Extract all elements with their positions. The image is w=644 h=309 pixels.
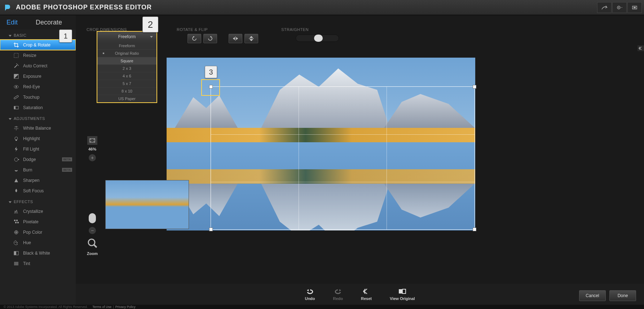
crop-selection[interactable]	[211, 86, 475, 230]
sidebar-item-pop-color[interactable]: Pop Color	[0, 227, 76, 237]
sidebar-item-burn[interactable]: BurnBETA	[0, 165, 76, 175]
sidebar-item-red-eye[interactable]: Red-Eye	[0, 81, 76, 92]
rotate-ccw-button[interactable]	[188, 34, 201, 43]
sidebar-group-adjustments[interactable]: ADJUSTMENTS	[0, 113, 76, 123]
footer-copyright: © 2013 Adobe Systems Incorporated. All R…	[4, 305, 88, 309]
step-callout-3: 3	[205, 66, 217, 78]
cancel-button[interactable]: Cancel	[579, 290, 606, 301]
magnifier-icon[interactable]	[86, 238, 99, 250]
svg-rect-4	[14, 53, 18, 58]
beta-badge: BETA	[62, 168, 72, 172]
svg-point-34	[88, 239, 95, 246]
palette-icon	[13, 239, 19, 246]
crop-option-label: Original Ratio	[115, 51, 139, 55]
crop-dropdown-selected[interactable]: Freeform	[97, 32, 156, 42]
zoom-in-button[interactable]: +	[89, 154, 96, 161]
footer-terms-link[interactable]: Terms of Use	[92, 305, 111, 309]
crop-option-freeform[interactable]: Freeform	[97, 42, 156, 49]
photoshop-logo-icon	[4, 3, 12, 12]
crop-option-5-x-7[interactable]: 5 x 7	[97, 80, 156, 87]
crop-option-4-x-6[interactable]: 4 x 6	[97, 72, 156, 80]
sidebar-item-fill-light[interactable]: Fill Light	[0, 144, 76, 154]
redo-button[interactable]: Redo	[333, 288, 343, 301]
bulb-icon	[13, 135, 19, 142]
fullscreen-button[interactable]	[627, 2, 642, 13]
sidebar-item-highlight[interactable]: Highlight	[0, 133, 76, 144]
sidebar-item-touchup[interactable]: Touchup	[0, 92, 76, 102]
svg-rect-21	[16, 220, 18, 221]
beta-badge: BETA	[62, 157, 72, 161]
sidebar-item-tint[interactable]: Tint	[0, 258, 76, 269]
flip-vertical-button[interactable]	[244, 34, 258, 43]
zoom-fit-button[interactable]	[87, 136, 97, 145]
crop-handle-bottom-right[interactable]	[473, 228, 476, 231]
svg-rect-20	[14, 220, 16, 221]
rotate-flip-buttons	[188, 34, 258, 43]
sidebar-item-saturation[interactable]: Saturation	[0, 102, 76, 113]
sidebar-item-pixelate[interactable]: Pixelate	[0, 216, 76, 227]
crop-option-original-ratio[interactable]: Original Ratio	[97, 49, 156, 57]
zoom-slider[interactable]	[91, 164, 94, 225]
sidebar-item-label: Sharpen	[23, 178, 39, 183]
sidebar-item-hue[interactable]: Hue	[0, 237, 76, 248]
sidebar-item-soft-focus[interactable]: Soft Focus	[0, 185, 76, 196]
sidebar-item-auto-correct[interactable]: Auto Correct	[0, 61, 76, 71]
tool-sections: CROP DIMENSIONS ROTATE & FLIP STRAIGHTEN	[87, 22, 637, 47]
flip-horizontal-button[interactable]	[229, 34, 242, 43]
rotate-cw-button[interactable]	[203, 34, 217, 43]
sidebar-item-label: Exposure	[23, 74, 41, 79]
svg-rect-22	[15, 222, 17, 223]
redo-label: Redo	[333, 296, 343, 301]
sidebar-item-label: Resize	[23, 53, 36, 58]
crop-handle-bottom-left[interactable]	[209, 228, 213, 231]
view-original-button[interactable]: View Original	[390, 288, 415, 301]
crop-dimensions-dropdown[interactable]: Freeform FreeformOriginal RatioSquare2 x…	[97, 31, 157, 103]
undo-button[interactable]: Undo	[305, 288, 315, 301]
crop-handle-top-right[interactable]	[473, 85, 476, 89]
straighten-slider-thumb[interactable]	[314, 35, 323, 42]
chevron-down-icon	[150, 36, 153, 38]
crop-icon	[13, 42, 19, 48]
crop-option-2-x-3[interactable]: 2 x 3	[97, 64, 156, 72]
footer-privacy-link[interactable]: Privacy Policy	[115, 305, 136, 309]
reset-icon	[362, 288, 371, 295]
sidebar-item-black-white[interactable]: Black & White	[0, 248, 76, 258]
popcolor-icon	[13, 229, 19, 236]
zoom-slider-thumb[interactable]	[89, 213, 96, 223]
straighten-slider[interactable]	[296, 35, 339, 42]
pixelate-icon	[13, 219, 19, 225]
sidebar-item-label: Dodge	[23, 157, 36, 162]
step-callout-3-highlight	[201, 79, 220, 96]
svg-rect-14	[14, 106, 16, 109]
exposure-icon	[13, 73, 19, 80]
tab-edit[interactable]: Edit	[6, 19, 18, 26]
settings-button[interactable]	[612, 2, 627, 13]
reset-button[interactable]: Reset	[361, 288, 372, 301]
undo-icon	[306, 288, 314, 295]
tab-decorate[interactable]: Decorate	[36, 19, 62, 26]
sidebar-item-crystallize[interactable]: Crystallize	[0, 206, 76, 216]
step-callout-1: 1	[59, 30, 72, 42]
expand-panel-button[interactable]	[638, 45, 644, 51]
svg-rect-23	[17, 222, 19, 223]
done-button[interactable]: Done	[609, 290, 636, 301]
sidebar-item-label: Burn	[23, 167, 32, 173]
crop-option-square[interactable]: Square	[97, 57, 156, 64]
sidebar-item-sharpen[interactable]: Sharpen	[0, 175, 76, 185]
svg-point-18	[14, 158, 18, 161]
crop-option-8-x-10[interactable]: 8 x 10	[97, 87, 156, 95]
crop-option-us-paper[interactable]: US Paper	[97, 95, 156, 102]
sidebar-item-dodge[interactable]: DodgeBETA	[0, 154, 76, 165]
sidebar-item-exposure[interactable]: Exposure	[0, 71, 76, 81]
share-button[interactable]	[597, 2, 612, 13]
sidebar-item-resize[interactable]: Resize	[0, 50, 76, 61]
saturation-icon	[13, 104, 19, 111]
tint-icon	[13, 260, 19, 267]
rotate-flip-label: ROTATE & FLIP	[177, 27, 208, 32]
sidebar-group-effects[interactable]: EFFECTS	[0, 196, 76, 206]
thumbnail-navigator[interactable]	[105, 180, 189, 229]
sidebar-item-white-balance[interactable]: White Balance	[0, 123, 76, 133]
zoom-out-button[interactable]: −	[89, 227, 96, 234]
bottom-action-bar: Undo Redo Reset View Original	[76, 284, 644, 305]
sidebar: BASICCrop & RotateResizeAuto CorrectExpo…	[0, 30, 76, 305]
